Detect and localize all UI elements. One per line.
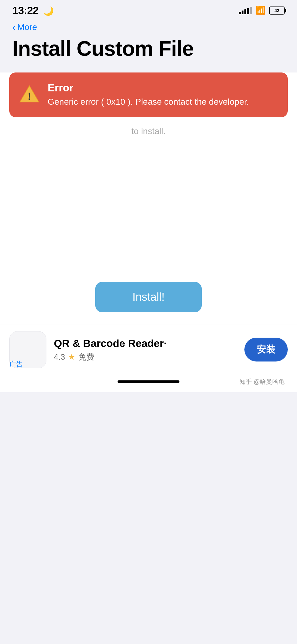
ad-app-meta: 4.3 ★ 免费 <box>54 352 237 362</box>
error-text-block: Error Generic error ( 0x10 ). Please con… <box>48 82 278 108</box>
ad-app-name: QR & Barcode Reader· <box>54 337 237 350</box>
ad-free-label: 免费 <box>78 352 94 362</box>
back-chevron-icon: ‹ <box>12 22 15 33</box>
ad-app-info: QR & Barcode Reader· 4.3 ★ 免费 <box>54 337 237 362</box>
error-banner: ! Error Generic error ( 0x10 ). Please c… <box>9 72 288 117</box>
home-bottom-bar: 知乎 @哈曼哈龟 <box>0 375 297 392</box>
page-title: Install Custom File <box>12 37 285 60</box>
install-button-section: Install! <box>0 263 297 325</box>
wifi-icon: 📶 <box>256 6 265 15</box>
error-description: Generic error ( 0x10 ). Please contact t… <box>48 96 278 108</box>
nav-bar: ‹ More <box>0 20 297 34</box>
star-icon: ★ <box>68 352 75 362</box>
moon-icon: 🌙 <box>43 6 54 16</box>
ad-rating: 4.3 <box>54 352 65 362</box>
install-hint-text: to install. <box>0 123 297 139</box>
back-button[interactable]: ‹ More <box>12 22 37 33</box>
page-title-section: Install Custom File <box>0 34 297 66</box>
svg-text:!: ! <box>28 90 31 102</box>
battery-icon: 42 <box>269 7 285 15</box>
status-bar: 13:22 🌙 📶 42 <box>0 0 297 20</box>
back-label: More <box>17 22 37 32</box>
ad-section: QR & Barcode Reader· 4.3 ★ 免费 安装 广告 <box>0 325 297 375</box>
watermark: 知乎 @哈曼哈龟 <box>239 378 285 385</box>
error-title: Error <box>48 82 278 94</box>
warning-triangle-icon: ! <box>19 83 40 105</box>
install-button[interactable]: Install! <box>95 282 202 312</box>
ad-install-button[interactable]: 安装 <box>244 338 288 361</box>
main-content: ! Error Generic error ( 0x10 ). Please c… <box>0 72 297 392</box>
empty-space <box>0 139 297 263</box>
status-time: 13:22 🌙 <box>12 4 54 16</box>
signal-icon <box>239 7 252 14</box>
ad-label: 广告 <box>9 360 23 369</box>
home-indicator <box>118 380 179 383</box>
status-icons: 📶 42 <box>239 6 285 15</box>
